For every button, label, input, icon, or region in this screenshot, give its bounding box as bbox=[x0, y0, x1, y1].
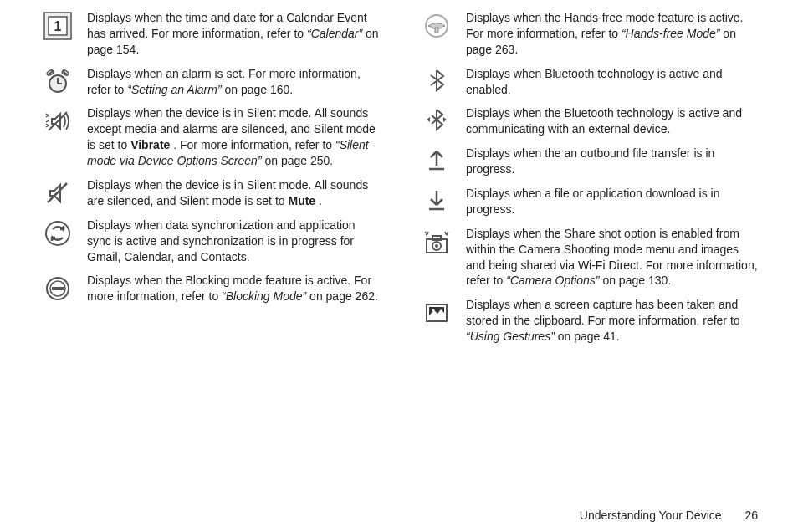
svg-rect-15 bbox=[435, 28, 438, 33]
list-item: Displays when the Blocking mode feature … bbox=[40, 273, 379, 304]
text: Displays when the Bluetooth technology i… bbox=[466, 106, 742, 136]
item-description: Displays when a screen capture has been … bbox=[466, 297, 758, 345]
page-footer: Understanding Your Device 26 bbox=[580, 509, 758, 522]
svg-text:1: 1 bbox=[54, 19, 62, 33]
item-description: Displays when a file or application down… bbox=[466, 186, 758, 217]
bluetooth-icon bbox=[419, 66, 454, 93]
list-item: Displays when the device is in Silent mo… bbox=[40, 105, 379, 169]
download-icon bbox=[419, 186, 454, 212]
text: on page 160. bbox=[224, 83, 293, 96]
text: Displays when data synchronization and a… bbox=[87, 218, 356, 263]
reference: “Setting an Alarm” bbox=[127, 83, 221, 96]
sync-icon bbox=[40, 217, 75, 248]
text: Displays when the device is in Silent mo… bbox=[87, 178, 368, 207]
hands-free-icon bbox=[419, 10, 454, 40]
section-title: Understanding Your Device bbox=[580, 509, 722, 522]
text: Displays when Bluetooth technology is ac… bbox=[466, 67, 723, 96]
text: . For more information, refer to bbox=[173, 138, 335, 151]
item-description: Displays when the an outbound file trans… bbox=[466, 146, 758, 177]
text: Displays when the an outbound file trans… bbox=[466, 146, 714, 176]
item-description: Displays when the time and date for a Ca… bbox=[87, 10, 379, 58]
svg-rect-13 bbox=[52, 287, 64, 290]
item-description: Displays when the Bluetooth technology i… bbox=[466, 105, 758, 137]
calendar-reminder-icon: 1 bbox=[40, 10, 75, 40]
item-description: Displays when Bluetooth technology is ac… bbox=[466, 66, 758, 98]
reference: “Hands-free Mode” bbox=[622, 27, 720, 40]
list-item: 1 Displays when the time and date for a … bbox=[40, 10, 379, 58]
text: on page 262. bbox=[309, 289, 378, 303]
alarm-icon bbox=[40, 66, 75, 96]
reference: “Camera Options” bbox=[506, 274, 599, 287]
vibrate-silent-icon bbox=[40, 105, 75, 136]
text: Displays when a file or application down… bbox=[466, 187, 720, 216]
list-item: Displays when a file or application down… bbox=[419, 186, 758, 217]
item-description: Displays when an alarm is set. For more … bbox=[87, 66, 379, 98]
svg-point-21 bbox=[435, 244, 438, 248]
list-item: Displays when data synchronization and a… bbox=[40, 217, 379, 265]
svg-point-10 bbox=[46, 222, 69, 245]
list-item: Displays when the Share shot option is e… bbox=[419, 226, 758, 289]
reference: “Using Gestures” bbox=[466, 330, 555, 343]
item-description: Displays when data synchronization and a… bbox=[87, 217, 379, 265]
svg-rect-19 bbox=[432, 236, 441, 240]
reference: “Calendar” bbox=[307, 27, 362, 40]
list-item: Displays when Bluetooth technology is ac… bbox=[419, 66, 758, 98]
bold-term: Vibrate bbox=[130, 138, 170, 151]
screenshot-icon bbox=[419, 297, 454, 327]
text: on page 130. bbox=[602, 274, 671, 287]
content-columns: 1 Displays when the time and date for a … bbox=[40, 10, 758, 353]
left-column: 1 Displays when the time and date for a … bbox=[40, 10, 379, 353]
item-description: Displays when the Hands-free mode featur… bbox=[466, 10, 758, 58]
list-item: Displays when the an outbound file trans… bbox=[419, 146, 758, 177]
reference: “Blocking Mode” bbox=[222, 289, 306, 303]
text: Displays when a screen capture has been … bbox=[466, 298, 740, 327]
item-description: Displays when the Blocking mode feature … bbox=[87, 273, 379, 304]
list-item: Displays when an alarm is set. For more … bbox=[40, 66, 379, 98]
text: . bbox=[319, 194, 322, 207]
list-item: Displays when a screen capture has been … bbox=[419, 297, 758, 345]
bluetooth-connected-icon bbox=[419, 105, 454, 132]
blocking-mode-icon bbox=[40, 273, 75, 303]
list-item: Displays when the Hands-free mode featur… bbox=[419, 10, 758, 58]
mute-silent-icon bbox=[40, 177, 75, 207]
svg-point-24 bbox=[432, 309, 435, 312]
share-shot-icon bbox=[419, 226, 454, 256]
bold-term: Mute bbox=[288, 194, 315, 207]
text: on page 41. bbox=[558, 330, 620, 343]
item-description: Displays when the device is in Silent mo… bbox=[87, 177, 379, 209]
list-item: Displays when the device is in Silent mo… bbox=[40, 177, 379, 209]
text: on page 250. bbox=[264, 154, 333, 167]
list-item: Displays when the Bluetooth technology i… bbox=[419, 105, 758, 137]
upload-icon bbox=[419, 146, 454, 172]
item-description: Displays when the device is in Silent mo… bbox=[87, 105, 379, 169]
right-column: Displays when the Hands-free mode featur… bbox=[419, 10, 758, 353]
page-number: 26 bbox=[744, 509, 758, 522]
item-description: Displays when the Share shot option is e… bbox=[466, 226, 758, 289]
